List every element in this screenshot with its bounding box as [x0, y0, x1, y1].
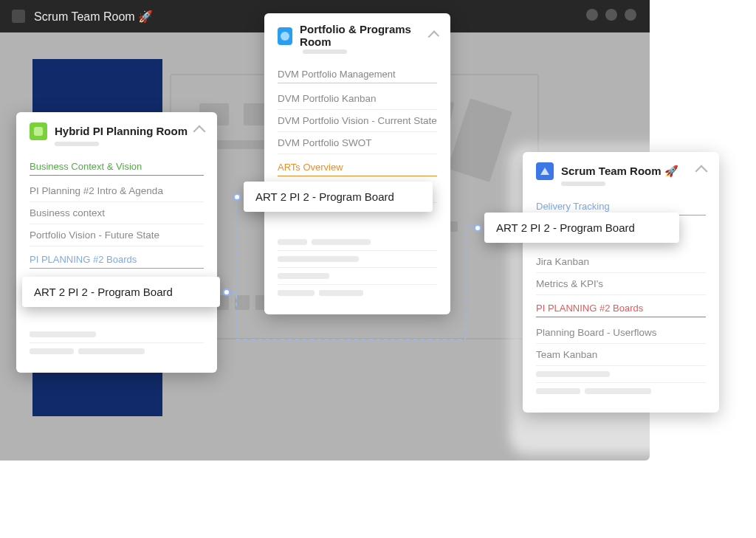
connector-pin-icon: [474, 224, 481, 232]
highlighted-item-label: ART 2 PI 2 - Program Board: [34, 286, 173, 298]
card-scrum: Scrum Team Room 🚀 Delivery Tracking Jira…: [523, 152, 719, 413]
app-menu-icon[interactable]: [12, 10, 25, 23]
list-item[interactable]: DVM Portfolio Kanban: [278, 88, 437, 110]
chevron-up-icon[interactable]: [695, 165, 708, 178]
card-hybrid: Hybrid PI Planning Room Business Context…: [16, 112, 217, 373]
card-portfolio: Portfolio & Programs Room DVM Portfolio …: [264, 13, 450, 314]
section-header: PI PLANNING #2 Boards: [30, 246, 204, 269]
window-max-icon[interactable]: [605, 9, 617, 21]
room-icon: [536, 162, 554, 180]
highlighted-item-hybrid[interactable]: ART 2 PI 2 - Program Board: [22, 277, 220, 307]
section-header: PI PLANNING #2 Boards: [536, 295, 706, 317]
list-item[interactable]: Planning Board - Userflows: [536, 322, 706, 344]
highlighted-item-label: ART 2 PI 2 - Program Board: [496, 221, 635, 234]
subtitle-skeleton: [55, 142, 99, 146]
card-title: Hybrid PI Planning Room: [55, 125, 188, 138]
room-icon: [30, 123, 47, 140]
item-skeleton: [278, 251, 437, 268]
subtitle-skeleton: [561, 182, 605, 186]
highlighted-item-label: ART 2 PI 2 - Program Board: [255, 190, 394, 203]
item-skeleton: [278, 234, 437, 251]
item-skeleton: [30, 343, 204, 359]
item-skeleton: [30, 326, 204, 343]
list-item[interactable]: DVM Portfolio SWOT: [278, 132, 437, 154]
item-skeleton: [536, 383, 706, 399]
chevron-up-icon[interactable]: [193, 125, 206, 138]
window-min-icon[interactable]: [586, 9, 598, 21]
list-item[interactable]: Business context: [30, 202, 204, 224]
list-item[interactable]: Metrics & KPI's: [536, 273, 706, 295]
card-title: Scrum Team Room 🚀: [561, 165, 678, 178]
connector-pin-icon: [223, 289, 230, 296]
item-skeleton: [278, 285, 437, 301]
list-item[interactable]: DVM Portfolio Vision - Current State: [278, 110, 437, 132]
highlighted-item-scrum[interactable]: ART 2 PI 2 - Program Board: [484, 213, 679, 243]
card-title: Portfolio & Programs Room: [300, 24, 422, 48]
chevron-up-icon[interactable]: [427, 30, 439, 42]
item-skeleton: [278, 268, 437, 285]
list-item[interactable]: PI Planning #2 Intro & Agenda: [30, 180, 204, 202]
list-item[interactable]: Portfolio Vision - Future State: [30, 224, 204, 246]
app-title: Scrum Team Room 🚀: [34, 10, 153, 24]
item-skeleton: [536, 366, 706, 383]
room-icon: [278, 27, 292, 45]
section-header: DVM Portfolio Management: [278, 61, 437, 83]
connector-pin-icon: [233, 193, 241, 201]
window-close-icon[interactable]: [625, 9, 636, 21]
section-header: Business Context & Vision: [30, 154, 204, 176]
section-header: ARTs Overview: [278, 154, 437, 176]
list-item[interactable]: Jira Kanban: [536, 251, 706, 273]
highlighted-item-portfolio[interactable]: ART 2 PI 2 - Program Board: [244, 182, 433, 212]
subtitle-skeleton: [303, 49, 347, 54]
list-item[interactable]: Team Kanban: [536, 344, 706, 366]
